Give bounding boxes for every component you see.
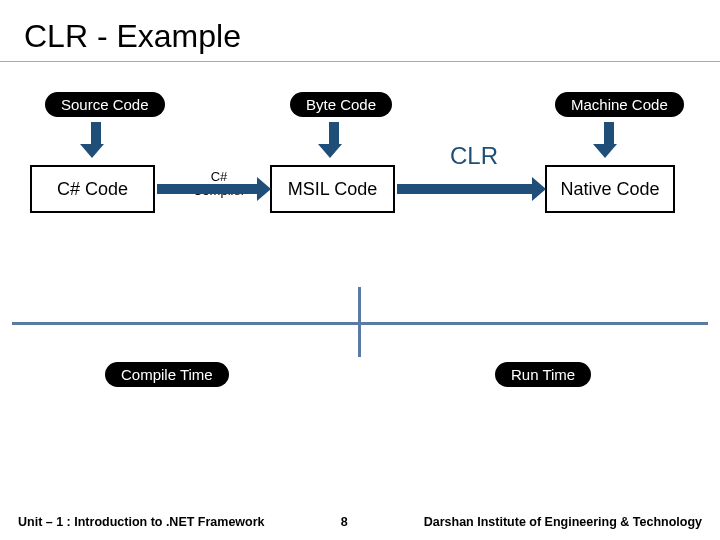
box-msil-code: MSIL Code <box>270 165 395 213</box>
pill-compile-time: Compile Time <box>105 362 229 387</box>
box-csharp-code: C# Code <box>30 165 155 213</box>
timeline-vertical <box>358 287 361 357</box>
arrow-byte-to-msil <box>325 122 342 158</box>
footer-page-number: 8 <box>265 515 424 529</box>
footer: Unit – 1 : Introduction to .NET Framewor… <box>0 504 720 540</box>
pill-run-time: Run Time <box>495 362 591 387</box>
arrow-csharp-to-msil <box>157 184 257 194</box>
arrow-source-to-csharp <box>87 122 104 158</box>
label-clr: CLR <box>450 142 498 170</box>
footer-right: Darshan Institute of Engineering & Techn… <box>424 515 720 529</box>
footer-left: Unit – 1 : Introduction to .NET Framewor… <box>0 515 265 529</box>
arrow-machine-to-native <box>600 122 617 158</box>
arrow-msil-to-native <box>397 184 532 194</box>
pill-source-code: Source Code <box>45 92 165 117</box>
pill-machine-code: Machine Code <box>555 92 684 117</box>
box-native-code: Native Code <box>545 165 675 213</box>
diagram-area: Source Code Byte Code Machine Code C# Co… <box>0 62 720 482</box>
compiler-line1: C# <box>211 169 228 184</box>
pill-byte-code: Byte Code <box>290 92 392 117</box>
slide-title: CLR - Example <box>0 0 720 62</box>
